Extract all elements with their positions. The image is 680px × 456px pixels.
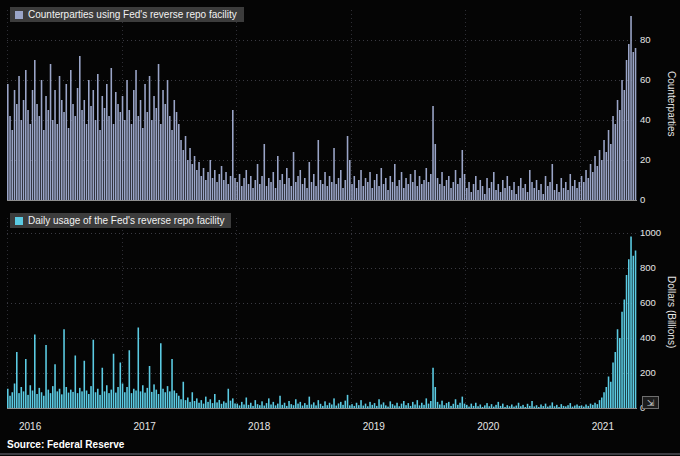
y-tick-label: 600: [640, 298, 656, 308]
y-tick-label: 0: [640, 195, 645, 205]
counterparties-axis-title: Counterparties: [663, 8, 679, 200]
y-tick-label: 1000: [640, 228, 661, 238]
usage-plot[interactable]: [7, 212, 637, 414]
y-tick-label: 80: [640, 35, 651, 45]
x-axis-years: 201620172018201920202021: [0, 421, 680, 435]
x-tick-label-2021: 2021: [592, 421, 614, 432]
y-tick-label: 40: [640, 115, 651, 125]
y-tick-label: 400: [640, 333, 656, 343]
y-tick-label: 800: [640, 263, 656, 273]
x-tick-label-2020: 2020: [477, 421, 499, 432]
y-tick-label: 60: [640, 75, 651, 85]
x-tick-label-2016: 2016: [19, 421, 41, 432]
usage-swatch-icon: [15, 217, 23, 225]
counterparties-swatch-icon: [15, 11, 23, 19]
x-tick-label-2017: 2017: [134, 421, 156, 432]
legend-counterparties: Counterparties using Fed's reverse repo …: [10, 7, 244, 22]
x-tick-label-2018: 2018: [248, 421, 270, 432]
zoom-tool-icon[interactable]: ⇲: [642, 396, 659, 409]
rrp-facility-chart-screen: Counterparties using Fed's reverse repo …: [0, 0, 680, 456]
counterparties-plot[interactable]: [7, 4, 637, 206]
legend-counterparties-label: Counterparties using Fed's reverse repo …: [28, 9, 237, 20]
bottom-divider: [0, 453, 680, 455]
legend-usage-label: Daily usage of the Fed's reverse repo fa…: [28, 215, 224, 226]
x-tick-label-2019: 2019: [363, 421, 385, 432]
y-tick-label: 20: [640, 155, 651, 165]
source-label: Source: Federal Reserve: [7, 439, 124, 450]
usage-axis-title: Dollars (Billions): [663, 216, 679, 408]
y-tick-label: 200: [640, 368, 656, 378]
legend-usage: Daily usage of the Fed's reverse repo fa…: [10, 213, 231, 228]
